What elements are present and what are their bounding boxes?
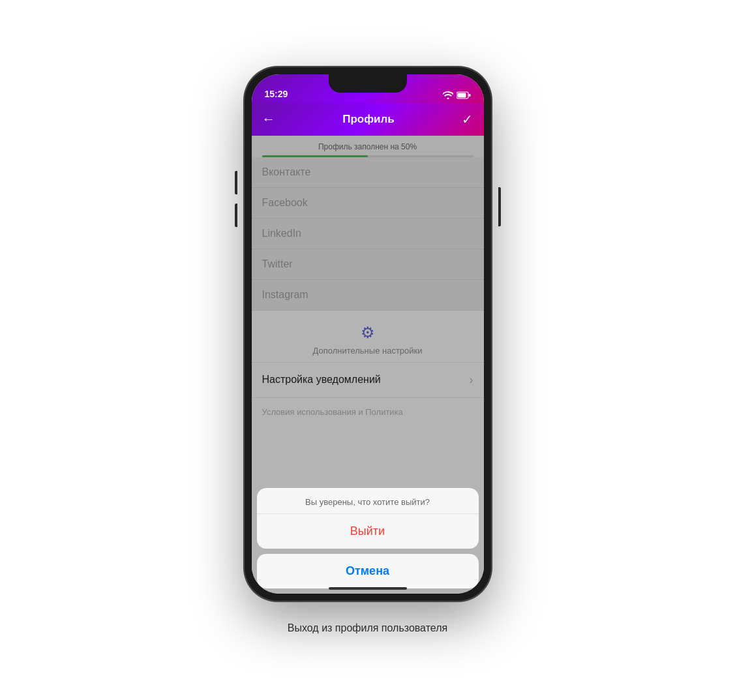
screen: 15:29 <box>252 74 484 594</box>
notch <box>329 74 407 93</box>
wifi-icon <box>443 91 453 99</box>
app-header: ← Профиль ✓ <box>252 103 484 136</box>
action-cancel: Отмена <box>257 554 479 588</box>
logout-button[interactable]: Выйти <box>257 514 479 549</box>
battery-icon <box>457 91 471 99</box>
vol-down-button <box>235 204 237 227</box>
dialog-overlay: Вы уверены, что хотите выйти? Выйти Отме… <box>252 136 484 594</box>
svg-rect-2 <box>469 94 471 97</box>
home-indicator <box>329 587 407 590</box>
dialog-message: Вы уверены, что хотите выйти? <box>257 488 479 514</box>
header-title: Профиль <box>342 113 395 126</box>
content-area: Профиль заполнен на 50% Вконтакте Facebo… <box>252 136 484 594</box>
action-sheet-main: Вы уверены, что хотите выйти? Выйти <box>257 488 479 549</box>
phone-inner: 15:29 <box>252 74 484 594</box>
action-sheet: Вы уверены, что хотите выйти? Выйти Отме… <box>257 488 479 588</box>
status-icons <box>443 91 471 99</box>
page-wrapper: 15:29 <box>244 67 492 634</box>
status-time: 15:29 <box>265 89 288 99</box>
back-button[interactable]: ← <box>262 112 275 127</box>
svg-rect-1 <box>457 93 466 97</box>
page-caption: Выход из профиля пользователя <box>288 622 447 634</box>
check-button[interactable]: ✓ <box>462 112 473 127</box>
phone-shell: 15:29 <box>244 67 492 601</box>
cancel-button[interactable]: Отмена <box>257 554 479 588</box>
power-button <box>498 187 501 226</box>
status-bar: 15:29 <box>252 74 484 103</box>
vol-up-button <box>235 171 237 194</box>
